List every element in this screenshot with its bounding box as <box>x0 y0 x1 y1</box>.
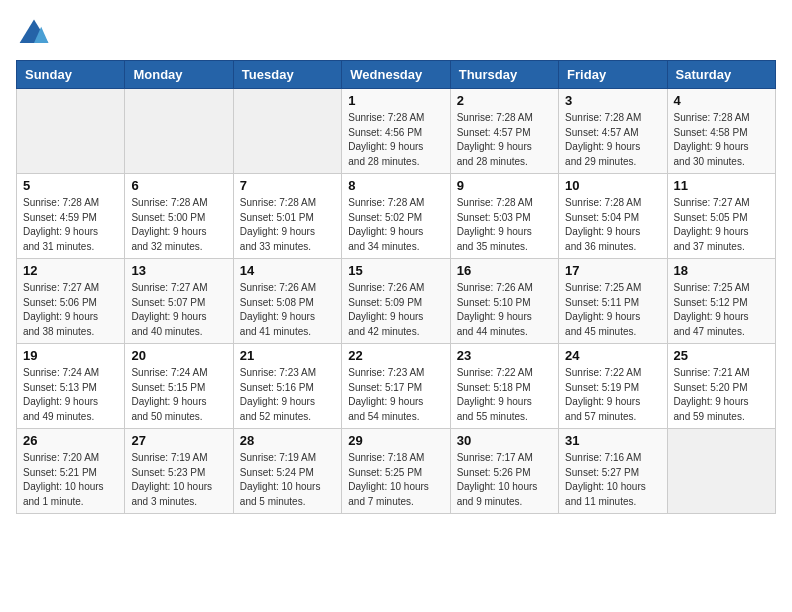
calendar-cell: 19Sunrise: 7:24 AM Sunset: 5:13 PM Dayli… <box>17 344 125 429</box>
column-header-thursday: Thursday <box>450 61 558 89</box>
day-info: Sunrise: 7:21 AM Sunset: 5:20 PM Dayligh… <box>674 366 769 424</box>
day-number: 18 <box>674 263 769 278</box>
day-number: 21 <box>240 348 335 363</box>
day-info: Sunrise: 7:22 AM Sunset: 5:19 PM Dayligh… <box>565 366 660 424</box>
calendar-cell: 21Sunrise: 7:23 AM Sunset: 5:16 PM Dayli… <box>233 344 341 429</box>
day-number: 4 <box>674 93 769 108</box>
day-number: 16 <box>457 263 552 278</box>
day-info: Sunrise: 7:20 AM Sunset: 5:21 PM Dayligh… <box>23 451 118 509</box>
day-number: 10 <box>565 178 660 193</box>
day-info: Sunrise: 7:28 AM Sunset: 4:59 PM Dayligh… <box>23 196 118 254</box>
calendar-week-row: 19Sunrise: 7:24 AM Sunset: 5:13 PM Dayli… <box>17 344 776 429</box>
column-header-friday: Friday <box>559 61 667 89</box>
day-number: 5 <box>23 178 118 193</box>
day-info: Sunrise: 7:26 AM Sunset: 5:09 PM Dayligh… <box>348 281 443 339</box>
calendar-cell: 14Sunrise: 7:26 AM Sunset: 5:08 PM Dayli… <box>233 259 341 344</box>
logo-icon <box>16 16 52 52</box>
day-info: Sunrise: 7:28 AM Sunset: 5:03 PM Dayligh… <box>457 196 552 254</box>
day-number: 9 <box>457 178 552 193</box>
calendar-cell: 16Sunrise: 7:26 AM Sunset: 5:10 PM Dayli… <box>450 259 558 344</box>
day-info: Sunrise: 7:28 AM Sunset: 4:57 PM Dayligh… <box>457 111 552 169</box>
calendar-cell: 20Sunrise: 7:24 AM Sunset: 5:15 PM Dayli… <box>125 344 233 429</box>
calendar-cell <box>667 429 775 514</box>
day-info: Sunrise: 7:25 AM Sunset: 5:12 PM Dayligh… <box>674 281 769 339</box>
day-number: 6 <box>131 178 226 193</box>
calendar-cell: 17Sunrise: 7:25 AM Sunset: 5:11 PM Dayli… <box>559 259 667 344</box>
calendar-week-row: 12Sunrise: 7:27 AM Sunset: 5:06 PM Dayli… <box>17 259 776 344</box>
day-info: Sunrise: 7:16 AM Sunset: 5:27 PM Dayligh… <box>565 451 660 509</box>
day-info: Sunrise: 7:22 AM Sunset: 5:18 PM Dayligh… <box>457 366 552 424</box>
calendar-cell: 28Sunrise: 7:19 AM Sunset: 5:24 PM Dayli… <box>233 429 341 514</box>
day-number: 14 <box>240 263 335 278</box>
calendar-cell: 22Sunrise: 7:23 AM Sunset: 5:17 PM Dayli… <box>342 344 450 429</box>
day-info: Sunrise: 7:25 AM Sunset: 5:11 PM Dayligh… <box>565 281 660 339</box>
column-header-monday: Monday <box>125 61 233 89</box>
calendar-cell: 23Sunrise: 7:22 AM Sunset: 5:18 PM Dayli… <box>450 344 558 429</box>
day-number: 3 <box>565 93 660 108</box>
calendar-cell <box>125 89 233 174</box>
day-number: 28 <box>240 433 335 448</box>
calendar-cell: 30Sunrise: 7:17 AM Sunset: 5:26 PM Dayli… <box>450 429 558 514</box>
calendar-cell: 5Sunrise: 7:28 AM Sunset: 4:59 PM Daylig… <box>17 174 125 259</box>
day-info: Sunrise: 7:23 AM Sunset: 5:17 PM Dayligh… <box>348 366 443 424</box>
day-info: Sunrise: 7:18 AM Sunset: 5:25 PM Dayligh… <box>348 451 443 509</box>
calendar-cell: 3Sunrise: 7:28 AM Sunset: 4:57 AM Daylig… <box>559 89 667 174</box>
calendar-cell: 13Sunrise: 7:27 AM Sunset: 5:07 PM Dayli… <box>125 259 233 344</box>
day-number: 13 <box>131 263 226 278</box>
day-number: 24 <box>565 348 660 363</box>
calendar-cell: 15Sunrise: 7:26 AM Sunset: 5:09 PM Dayli… <box>342 259 450 344</box>
calendar-week-row: 26Sunrise: 7:20 AM Sunset: 5:21 PM Dayli… <box>17 429 776 514</box>
calendar-cell: 9Sunrise: 7:28 AM Sunset: 5:03 PM Daylig… <box>450 174 558 259</box>
calendar-cell: 12Sunrise: 7:27 AM Sunset: 5:06 PM Dayli… <box>17 259 125 344</box>
column-header-tuesday: Tuesday <box>233 61 341 89</box>
day-number: 19 <box>23 348 118 363</box>
calendar-cell: 7Sunrise: 7:28 AM Sunset: 5:01 PM Daylig… <box>233 174 341 259</box>
column-header-saturday: Saturday <box>667 61 775 89</box>
calendar-cell: 25Sunrise: 7:21 AM Sunset: 5:20 PM Dayli… <box>667 344 775 429</box>
calendar-cell: 11Sunrise: 7:27 AM Sunset: 5:05 PM Dayli… <box>667 174 775 259</box>
calendar-cell: 1Sunrise: 7:28 AM Sunset: 4:56 PM Daylig… <box>342 89 450 174</box>
calendar-week-row: 5Sunrise: 7:28 AM Sunset: 4:59 PM Daylig… <box>17 174 776 259</box>
day-number: 8 <box>348 178 443 193</box>
calendar-table: SundayMondayTuesdayWednesdayThursdayFrid… <box>16 60 776 514</box>
day-info: Sunrise: 7:27 AM Sunset: 5:06 PM Dayligh… <box>23 281 118 339</box>
logo <box>16 16 58 52</box>
day-number: 26 <box>23 433 118 448</box>
day-number: 17 <box>565 263 660 278</box>
day-number: 29 <box>348 433 443 448</box>
calendar-cell: 4Sunrise: 7:28 AM Sunset: 4:58 PM Daylig… <box>667 89 775 174</box>
day-number: 25 <box>674 348 769 363</box>
day-info: Sunrise: 7:28 AM Sunset: 4:56 PM Dayligh… <box>348 111 443 169</box>
calendar-cell: 24Sunrise: 7:22 AM Sunset: 5:19 PM Dayli… <box>559 344 667 429</box>
column-header-sunday: Sunday <box>17 61 125 89</box>
calendar-cell: 26Sunrise: 7:20 AM Sunset: 5:21 PM Dayli… <box>17 429 125 514</box>
day-info: Sunrise: 7:17 AM Sunset: 5:26 PM Dayligh… <box>457 451 552 509</box>
calendar-week-row: 1Sunrise: 7:28 AM Sunset: 4:56 PM Daylig… <box>17 89 776 174</box>
column-header-wednesday: Wednesday <box>342 61 450 89</box>
calendar-cell: 27Sunrise: 7:19 AM Sunset: 5:23 PM Dayli… <box>125 429 233 514</box>
calendar-cell: 31Sunrise: 7:16 AM Sunset: 5:27 PM Dayli… <box>559 429 667 514</box>
calendar-cell: 8Sunrise: 7:28 AM Sunset: 5:02 PM Daylig… <box>342 174 450 259</box>
calendar-cell: 2Sunrise: 7:28 AM Sunset: 4:57 PM Daylig… <box>450 89 558 174</box>
day-number: 1 <box>348 93 443 108</box>
day-number: 22 <box>348 348 443 363</box>
day-info: Sunrise: 7:28 AM Sunset: 5:00 PM Dayligh… <box>131 196 226 254</box>
calendar-cell: 18Sunrise: 7:25 AM Sunset: 5:12 PM Dayli… <box>667 259 775 344</box>
day-number: 27 <box>131 433 226 448</box>
day-info: Sunrise: 7:28 AM Sunset: 5:04 PM Dayligh… <box>565 196 660 254</box>
day-info: Sunrise: 7:28 AM Sunset: 4:58 PM Dayligh… <box>674 111 769 169</box>
day-info: Sunrise: 7:19 AM Sunset: 5:23 PM Dayligh… <box>131 451 226 509</box>
calendar-cell: 6Sunrise: 7:28 AM Sunset: 5:00 PM Daylig… <box>125 174 233 259</box>
day-info: Sunrise: 7:19 AM Sunset: 5:24 PM Dayligh… <box>240 451 335 509</box>
calendar-cell: 10Sunrise: 7:28 AM Sunset: 5:04 PM Dayli… <box>559 174 667 259</box>
calendar-cell <box>233 89 341 174</box>
day-number: 11 <box>674 178 769 193</box>
calendar-cell <box>17 89 125 174</box>
day-info: Sunrise: 7:28 AM Sunset: 5:01 PM Dayligh… <box>240 196 335 254</box>
day-info: Sunrise: 7:26 AM Sunset: 5:10 PM Dayligh… <box>457 281 552 339</box>
day-info: Sunrise: 7:24 AM Sunset: 5:15 PM Dayligh… <box>131 366 226 424</box>
day-info: Sunrise: 7:27 AM Sunset: 5:05 PM Dayligh… <box>674 196 769 254</box>
calendar-cell: 29Sunrise: 7:18 AM Sunset: 5:25 PM Dayli… <box>342 429 450 514</box>
day-number: 12 <box>23 263 118 278</box>
day-info: Sunrise: 7:28 AM Sunset: 4:57 AM Dayligh… <box>565 111 660 169</box>
